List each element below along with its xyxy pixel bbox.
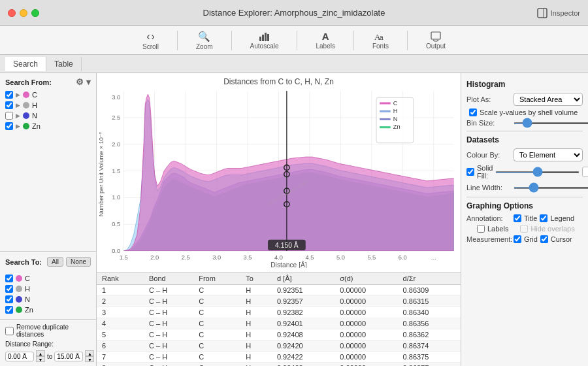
search-to-header: Search To: All None <box>0 254 96 269</box>
to-c-checkbox[interactable] <box>5 274 13 282</box>
table-cell: 0.92357 <box>272 295 335 307</box>
svg-rect-3 <box>262 35 264 41</box>
table-cell: C <box>193 318 240 329</box>
scroll-right-icon: › <box>151 31 154 42</box>
svg-text:1.5: 1.5 <box>120 254 128 261</box>
svg-text:0.0: 0.0 <box>112 248 120 254</box>
to-n-label: N <box>25 295 30 303</box>
to-item-zn[interactable]: Zn <box>5 305 91 315</box>
table-row[interactable]: 5C – HCH0.924080.000000.86362 <box>97 329 461 340</box>
from-c-checkbox[interactable] <box>5 91 13 99</box>
table-row[interactable]: 8C – HCH0.924230.000000.86377 <box>97 362 461 366</box>
svg-rect-8 <box>431 32 440 39</box>
range-from-down[interactable]: ▼ <box>36 356 45 362</box>
table-row[interactable]: 6C – HCH0.924200.000000.86374 <box>97 340 461 351</box>
svg-text:4.0: 4.0 <box>274 254 283 261</box>
from-item-zn[interactable]: ▶ Zn <box>5 121 91 131</box>
colour-by-select[interactable]: To Element From Element <box>514 148 583 161</box>
tab-search[interactable]: Search <box>5 57 46 71</box>
close-button[interactable] <box>8 9 16 17</box>
from-item-h[interactable]: ▶ H <box>5 100 91 110</box>
remove-dup-checkbox[interactable] <box>5 327 14 335</box>
range-from-up[interactable]: ▲ <box>36 350 45 356</box>
from-c-arrow[interactable]: ▶ <box>16 92 20 98</box>
to-item-c[interactable]: C <box>5 273 91 284</box>
table-row[interactable]: 1C – HCH0.923510.000000.86309 <box>97 284 461 295</box>
toolbar-fonts[interactable]: Aa Fonts <box>372 31 389 50</box>
table-cell: 0.86340 <box>398 307 461 318</box>
from-item-c[interactable]: ▶ C <box>5 90 91 100</box>
hide-overlaps-checkbox[interactable] <box>520 225 528 233</box>
toolbar-output[interactable]: Output <box>426 31 446 50</box>
table-area[interactable]: Rank Bond From To d [Å] σ(d) d/Σr 1C – H… <box>97 273 461 367</box>
toolbar-sep-1 <box>177 31 178 50</box>
from-h-checkbox[interactable] <box>5 101 13 109</box>
table-cell: C <box>193 329 240 340</box>
cursor-label: Cursor <box>551 235 572 243</box>
from-zn-checkbox[interactable] <box>5 122 13 130</box>
table-row[interactable]: 3C – HCH0.923820.000000.86340 <box>97 307 461 318</box>
table-header-row: Rank Bond From To d [Å] σ(d) d/Σr <box>97 273 461 285</box>
to-zn-checkbox[interactable] <box>5 306 13 314</box>
all-button[interactable]: All <box>47 257 63 267</box>
search-to-label: Search To: <box>5 258 42 266</box>
from-n-checkbox[interactable] <box>5 112 13 120</box>
to-h-label: H <box>25 285 30 293</box>
to-n-checkbox[interactable] <box>5 295 13 303</box>
range-from-stepper[interactable]: ▲ ▼ <box>36 350 45 362</box>
grid-checkbox[interactable] <box>514 235 521 243</box>
plot-as-select[interactable]: Stacked Area Line Bar <box>514 93 583 106</box>
rp-divider-1 <box>466 131 583 131</box>
table-cell: 6 <box>97 340 144 351</box>
table-row[interactable]: 4C – HCH0.924010.000000.86356 <box>97 318 461 329</box>
distance-table: Rank Bond From To d [Å] σ(d) d/Σr 1C – H… <box>97 273 461 367</box>
to-item-n[interactable]: N <box>5 294 91 305</box>
bin-size-slider[interactable] <box>514 122 588 124</box>
line-width-slider[interactable] <box>514 187 588 189</box>
toolbar-zoom[interactable]: 🔍 Zoom <box>196 31 213 50</box>
range-from-input[interactable] <box>5 352 34 361</box>
from-item-n[interactable]: ▶ N <box>5 110 91 121</box>
svg-text:2.5: 2.5 <box>182 254 190 261</box>
plot-as-row: Plot As: Stacked Area Line Bar <box>466 93 583 106</box>
minimize-button[interactable] <box>20 9 27 17</box>
table-row[interactable]: 7C – HCH0.924220.000000.86375 <box>97 351 461 362</box>
to-h-checkbox[interactable] <box>5 285 13 293</box>
table-cell: 0.92351 <box>272 284 335 295</box>
gear-icon[interactable]: ⚙ ▾ <box>76 77 91 87</box>
solid-fill-value[interactable] <box>582 167 588 177</box>
solid-fill-slider[interactable] <box>495 171 580 173</box>
chart-container: 0.0 0.5 1.0 1.5 2.0 2.5 3.0 1.5 2.0 2.5 … <box>97 88 461 268</box>
scale-y-checkbox[interactable] <box>469 108 477 116</box>
table-cell: C <box>193 284 240 295</box>
table-cell: 0.00000 <box>335 295 397 307</box>
none-button[interactable]: None <box>66 257 91 267</box>
table-cell: 0.86315 <box>398 295 461 307</box>
range-end-up[interactable]: ▲ <box>85 350 94 356</box>
table-cell: 8 <box>97 362 144 366</box>
ann-labels-checkbox[interactable] <box>477 225 485 233</box>
inspector-button[interactable]: Inspector <box>536 7 580 19</box>
title-checkbox[interactable] <box>514 214 521 222</box>
chart-area[interactable]: Distances from C to C, H, N, Zn <box>97 73 461 273</box>
solid-fill-checkbox[interactable] <box>466 168 474 176</box>
zoom-button[interactable] <box>31 9 39 17</box>
toolbar-autoscale[interactable]: Autoscale <box>250 31 279 50</box>
from-zn-arrow[interactable]: ▶ <box>16 123 20 129</box>
table-row[interactable]: 2C – HCH0.923570.000000.86315 <box>97 295 461 307</box>
to-item-h[interactable]: H <box>5 284 91 294</box>
from-h-arrow[interactable]: ▶ <box>16 102 20 108</box>
from-n-arrow[interactable]: ▶ <box>16 112 20 119</box>
range-end-stepper[interactable]: ▲ ▼ <box>85 350 94 362</box>
range-end-input[interactable] <box>54 352 83 361</box>
toolbar-sep-4 <box>353 31 354 50</box>
toolbar-labels[interactable]: A Labels <box>316 31 335 50</box>
histogram-title: Histogram <box>466 80 583 89</box>
toolbar-scroll[interactable]: ‹ › Scroll <box>142 31 159 50</box>
range-end-down[interactable]: ▼ <box>85 356 94 362</box>
legend-checkbox[interactable] <box>540 214 547 222</box>
annotation-label: Annotation: <box>466 214 511 222</box>
table-cell: H <box>240 318 272 329</box>
cursor-checkbox[interactable] <box>540 235 548 243</box>
tab-table[interactable]: Table <box>46 57 82 71</box>
